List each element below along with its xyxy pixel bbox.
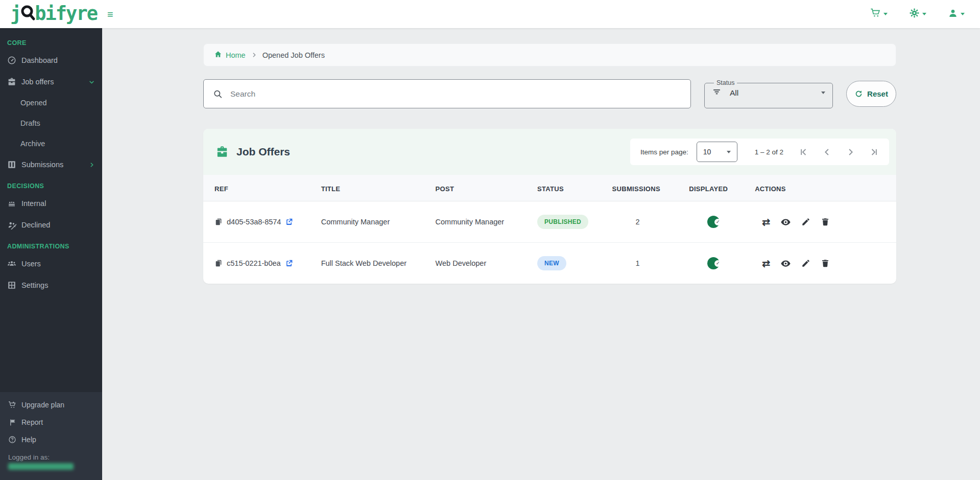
sidebar-subitem-opened[interactable]: Opened: [0, 93, 102, 113]
displayed-toggle[interactable]: ✓: [707, 216, 721, 228]
topbar: j bifyre ≡: [0, 0, 980, 28]
sidebar-subitem-archive[interactable]: Archive: [0, 133, 102, 154]
account-menu[interactable]: [948, 8, 965, 20]
logo: j bifyre: [10, 4, 97, 25]
filter-icon: [712, 87, 722, 99]
chevron-down-icon: [727, 151, 731, 153]
sidebar-subitem-drafts[interactable]: Drafts: [0, 113, 102, 133]
footer-item-label: Upgrade plan: [21, 401, 64, 409]
sidebar-item-label: Users: [21, 260, 41, 268]
grid-icon: [7, 281, 16, 290]
gauge-icon: [7, 56, 16, 65]
section-heading-administrations: ADMINISTRATIONS: [0, 236, 102, 253]
sidebar-footer: Upgrade plan Report Help Logged in as:: [0, 392, 102, 480]
footer-item-label: Help: [21, 436, 36, 444]
status-filter-label: Status: [714, 79, 737, 86]
column-header-submissions: SUBMISSIONS: [612, 175, 689, 201]
sidebar-item-label: Submissions: [21, 161, 63, 169]
external-link-icon[interactable]: [285, 259, 293, 267]
table-row: d405-53a8-8574 Community Manager Communi…: [203, 201, 896, 243]
post-cell: Web Developer: [436, 243, 537, 284]
reset-button-label: Reset: [867, 89, 888, 98]
card-title: Job Offers: [216, 145, 290, 158]
sidebar-item-declined[interactable]: Declined: [0, 214, 102, 236]
displayed-toggle[interactable]: ✓: [707, 257, 721, 269]
users-slash-icon: [7, 220, 16, 230]
delete-button[interactable]: [821, 217, 830, 226]
sidebar-item-report[interactable]: Report: [0, 414, 102, 431]
cart-icon: [870, 8, 881, 20]
users-icon: [7, 259, 16, 268]
copy-icon[interactable]: [214, 218, 223, 226]
chevron-down-icon: [961, 13, 965, 15]
chevron-down-icon: [922, 13, 926, 15]
status-filter-value: All: [730, 88, 738, 98]
user-icon: [948, 8, 958, 20]
last-page-button[interactable]: [869, 147, 879, 157]
sidebar: CORE Dashboard Job offers Op: [0, 28, 102, 480]
copy-icon[interactable]: [214, 259, 223, 267]
submissions-count: 1: [612, 259, 689, 267]
external-link-icon[interactable]: [285, 218, 293, 226]
reset-button[interactable]: Reset: [846, 81, 896, 107]
refresh-icon: [854, 89, 863, 98]
chevron-down-icon: [883, 13, 888, 15]
chevron-right-icon: [251, 52, 257, 58]
app-root: j bifyre ≡: [0, 0, 980, 480]
gear-icon: [909, 8, 920, 20]
post-cell: Community Manager: [436, 201, 537, 243]
sidebar-item-dashboard[interactable]: Dashboard: [0, 50, 102, 71]
sidebar-item-job-offers[interactable]: Job offers: [0, 71, 102, 93]
sidebar-item-label: Dashboard: [21, 56, 58, 64]
search-input[interactable]: [203, 79, 691, 108]
sidebar-item-internal[interactable]: Internal: [0, 193, 102, 214]
kanban-icon: [7, 160, 16, 169]
sidebar-item-users[interactable]: Users: [0, 253, 102, 275]
items-per-page-select[interactable]: 10: [697, 142, 737, 162]
logged-in-username-redacted: [8, 463, 74, 470]
ref-value: c515-0221-b0ea: [227, 259, 281, 267]
sidebar-toggle-hamburger-icon[interactable]: ≡: [107, 9, 113, 19]
breadcrumb-home-link[interactable]: Home: [214, 50, 246, 60]
next-page-button[interactable]: [846, 147, 855, 157]
search-icon: [213, 89, 223, 99]
delete-button[interactable]: [821, 259, 830, 268]
magnifier-logo-icon: [19, 5, 36, 25]
sidebar-item-label: Job offers: [21, 78, 54, 86]
title-cell: Full Stack Web Developer: [321, 243, 436, 284]
row-actions: ⇄: [755, 258, 896, 269]
pagination-range: 1 – 2 of 2: [755, 148, 783, 156]
sidebar-item-help[interactable]: Help: [0, 431, 102, 448]
status-filter-select[interactable]: Status All: [704, 79, 833, 108]
table-row: c515-0221-b0ea Full Stack Web Developer …: [203, 243, 896, 284]
sidebar-item-label: Internal: [21, 199, 46, 208]
main-content: Home Opened Job Offers: [102, 28, 980, 480]
cart-menu[interactable]: [870, 8, 888, 20]
card-header: Job Offers Items per page: 10 1 – 2 of 2: [203, 129, 896, 175]
sidebar-item-settings[interactable]: Settings: [0, 275, 102, 296]
sidebar-nav: CORE Dashboard Job offers Op: [0, 28, 102, 392]
ref-value: d405-53a8-8574: [227, 218, 281, 226]
first-page-button[interactable]: [799, 147, 808, 157]
transfer-button[interactable]: ⇄: [762, 259, 770, 268]
previous-page-button[interactable]: [822, 147, 832, 157]
view-button[interactable]: [780, 258, 791, 269]
help-circle-icon: [8, 436, 16, 444]
submissions-count: 2: [612, 218, 689, 226]
filters-row: Status All Reset: [203, 79, 896, 108]
column-header-post: POST: [436, 175, 537, 201]
view-button[interactable]: [780, 217, 791, 227]
job-offers-card: Job Offers Items per page: 10 1 – 2 of 2: [203, 129, 896, 284]
settings-menu[interactable]: [909, 8, 926, 20]
column-header-ref: REF: [203, 175, 321, 201]
cart-plus-icon: [8, 401, 16, 409]
transfer-button[interactable]: ⇄: [762, 217, 770, 227]
row-actions: ⇄: [755, 217, 896, 227]
sidebar-item-upgrade-plan[interactable]: Upgrade plan: [0, 396, 102, 414]
edit-button[interactable]: [801, 217, 810, 226]
section-heading-core: CORE: [0, 32, 102, 50]
sidebar-item-submissions[interactable]: Submissions: [0, 154, 102, 175]
edit-button[interactable]: [801, 259, 810, 268]
sidebar-item-label: Settings: [21, 281, 48, 289]
items-per-page-value: 10: [703, 148, 711, 156]
